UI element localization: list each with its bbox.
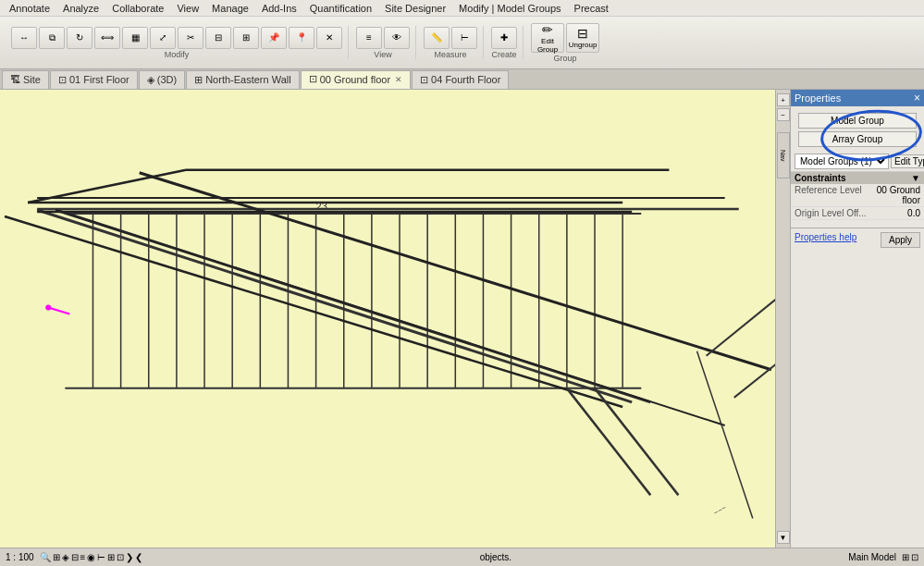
ribbon-group-view: ≡ 👁 View	[351, 26, 416, 59]
view-tabs: 🏗 Site ⊡ 01 First Floor ◈ (3D) ⊞ North-E…	[0, 69, 924, 90]
properties-footer: Properties help Apply	[791, 228, 924, 252]
modify-scale-btn[interactable]: ⤢	[150, 27, 176, 49]
modify-offset-btn[interactable]: ⊟	[205, 27, 231, 49]
ungroup-btn[interactable]: ⊟ Ungroup	[566, 23, 599, 53]
modify-unpin-btn[interactable]: 📍	[289, 27, 314, 49]
view-controls: + − Nav ▼	[775, 90, 790, 548]
tab-ground-floor[interactable]: ⊡ 00 Ground floor ✕	[301, 70, 411, 89]
group-group-label: Group	[553, 54, 576, 63]
menu-bar: Annotate Analyze Collaborate View Manage…	[0, 0, 924, 17]
site-icon: 🏗	[10, 74, 20, 85]
modify-group-label: Modify	[165, 50, 190, 59]
properties-close-btn[interactable]: ×	[914, 92, 920, 105]
ribbon-group-measure: 📏 ⊢ Measure	[418, 26, 484, 59]
properties-title: Properties	[795, 92, 841, 104]
menu-addins[interactable]: Add-Ins	[256, 2, 302, 15]
modify-copy-btn[interactable]: ⧉	[39, 27, 65, 49]
ribbon-group-group: ✏ Edit Group ⊟ Ungroup Group	[525, 26, 605, 59]
status-icon-1[interactable]: 🔍	[40, 552, 51, 562]
status-icon-2[interactable]: ⊞	[53, 552, 60, 562]
status-icon-8[interactable]: ⊞	[107, 552, 115, 562]
menu-view[interactable]: View	[171, 2, 204, 15]
tab-ground-floor-close[interactable]: ✕	[395, 75, 402, 84]
floor-plan-icon-3: ⊡	[420, 74, 428, 86]
zoom-out-btn[interactable]: −	[777, 108, 790, 121]
view-group-label: View	[374, 50, 391, 59]
tab-north-eastern-wall[interactable]: ⊞ North-Eastern Wall	[186, 70, 300, 89]
main-layout: 23 ~~~ + − Nav ▼ Properties × Model Grou…	[0, 90, 924, 548]
align-dim-btn[interactable]: ⊢	[451, 27, 477, 49]
drawing-svg: 23 ~~~	[0, 90, 790, 548]
edit-type-btn[interactable]: Edit Type	[891, 154, 924, 168]
scroll-down-btn[interactable]: ▼	[777, 531, 790, 544]
nav-cube-btn[interactable]: Nav	[777, 132, 790, 178]
edit-group-btn[interactable]: ✏ Edit Group	[531, 23, 564, 53]
ribbon: ↔ ⧉ ↻ ⟺ ▦ ⤢ ✂ ⊟ ⊞ 📌 📍 ✕ Modify ≡ 👁 View …	[0, 17, 924, 69]
status-bar: 1 : 100 🔍 ⊞ ◈ ⊟ ≡ ◉ ⊢ ⊞ ⊡ ❯ ❮ objects. M…	[0, 548, 924, 566]
view-thin-lines-btn[interactable]: ≡	[356, 27, 382, 49]
status-icons: 🔍 ⊞ ◈ ⊟ ≡ ◉ ⊢ ⊞ ⊡ ❯ ❮	[40, 552, 143, 562]
properties-panel: Properties × Model Group Array Group Mod…	[790, 90, 924, 548]
menu-precast[interactable]: Precast	[569, 2, 614, 15]
status-text: objects.	[480, 552, 511, 562]
create-group-label: Create	[491, 50, 516, 59]
type-buttons-container: Model Group Array Group	[791, 106, 924, 152]
tab-fourth-floor[interactable]: ⊡ 04 Fourth Floor	[412, 70, 509, 89]
create-btn[interactable]: ✚	[491, 27, 517, 49]
properties-help-link[interactable]: Properties help	[795, 232, 856, 248]
constraints-collapse-icon[interactable]: ▼	[911, 173, 920, 183]
modify-pin-btn[interactable]: 📌	[261, 27, 287, 49]
properties-header: Properties ×	[791, 90, 924, 106]
measure-btn[interactable]: 📏	[424, 27, 450, 49]
menu-analyze[interactable]: Analyze	[57, 2, 105, 15]
ribbon-group-create: ✚ Create	[486, 26, 524, 59]
constraints-header: Constraints ▼	[791, 172, 924, 184]
status-icon-3[interactable]: ◈	[62, 552, 69, 562]
measure-group-label: Measure	[434, 50, 466, 59]
status-icon-7[interactable]: ⊢	[97, 552, 105, 562]
model-groups-dropdown[interactable]: Model Groups (1)	[795, 154, 889, 169]
modify-mirror-btn[interactable]: ⟺	[94, 27, 120, 49]
view-show-hidden-btn[interactable]: 👁	[384, 27, 410, 49]
modify-split-btn[interactable]: ⊞	[233, 27, 259, 49]
array-group-btn[interactable]: Array Group	[798, 131, 917, 147]
svg-text:23: 23	[316, 201, 327, 212]
menu-quantification[interactable]: Quantification	[304, 2, 377, 15]
reference-level-row: Reference Level 00 Ground floor	[791, 184, 924, 207]
modify-delete-btn[interactable]: ✕	[316, 27, 342, 49]
3d-icon: ◈	[147, 74, 154, 86]
model-group-btn[interactable]: Model Group	[798, 113, 917, 129]
menu-manage[interactable]: Manage	[206, 2, 254, 15]
zoom-in-btn[interactable]: +	[777, 93, 790, 106]
modify-array-btn[interactable]: ▦	[122, 27, 148, 49]
status-icon-11[interactable]: ❮	[135, 552, 142, 562]
modify-trim-btn[interactable]: ✂	[178, 27, 203, 49]
tab-3d[interactable]: ◈ (3D)	[139, 70, 185, 89]
dropdown-row: Model Groups (1) Edit Type	[791, 152, 924, 172]
menu-annotate[interactable]: Annotate	[4, 2, 55, 15]
menu-modify-groups[interactable]: Modify | Model Groups	[453, 2, 566, 15]
right-icon-2[interactable]: ⊡	[911, 552, 918, 562]
floor-plan-icon-2: ⊡	[309, 73, 317, 85]
origin-level-row: Origin Level Off... 0.0	[791, 207, 924, 220]
status-icon-6[interactable]: ◉	[87, 552, 95, 562]
status-icons-right: ⊞ ⊡	[902, 552, 918, 562]
modify-move-btn[interactable]: ↔	[11, 27, 37, 49]
status-icon-5[interactable]: ≡	[80, 552, 86, 562]
status-icon-10[interactable]: ❯	[126, 552, 133, 562]
modify-rotate-btn[interactable]: ↻	[67, 27, 92, 49]
canvas-area[interactable]: 23 ~~~ + − Nav ▼	[0, 90, 790, 548]
ribbon-group-modify: ↔ ⧉ ↻ ⟺ ▦ ⤢ ✂ ⊟ ⊞ 📌 📍 ✕ Modify	[6, 26, 349, 59]
menu-collaborate[interactable]: Collaborate	[106, 2, 169, 15]
menu-site-designer[interactable]: Site Designer	[379, 2, 451, 15]
status-icon-9[interactable]: ⊡	[117, 552, 124, 562]
apply-btn[interactable]: Apply	[881, 232, 920, 248]
right-icon-1[interactable]: ⊞	[902, 552, 909, 562]
floor-plan-icon-1: ⊡	[58, 74, 67, 86]
tab-site[interactable]: 🏗 Site	[2, 70, 49, 89]
tab-first-floor[interactable]: ⊡ 01 First Floor	[50, 70, 138, 89]
status-icon-4[interactable]: ⊟	[71, 552, 79, 562]
svg-point-41	[45, 304, 51, 310]
model-label: Main Model	[848, 552, 896, 562]
elevation-icon: ⊞	[194, 74, 203, 86]
